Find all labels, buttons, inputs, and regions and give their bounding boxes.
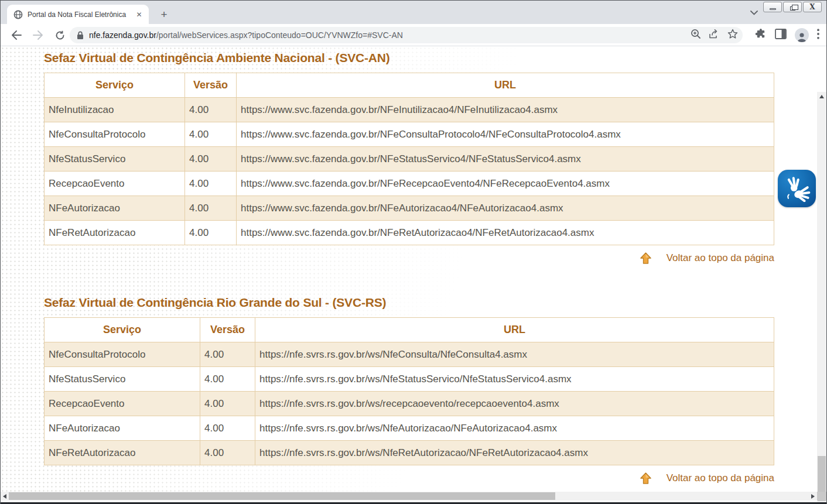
service-table-section: Sefaz Virtual de Contingência Ambiente N… [44, 51, 774, 267]
browser-window: Portal da Nota Fiscal Eletrônica ✕ + X [0, 0, 827, 504]
table-row: NFeAutorizacao4.00https://nfe.svrs.rs.go… [45, 416, 774, 441]
tab-search-chevron-icon[interactable] [747, 6, 761, 20]
zoom-icon[interactable] [691, 29, 701, 42]
horizontal-scrollbar[interactable] [1, 492, 818, 500]
url-cell: https://www.svc.fazenda.gov.br/NFeStatus… [237, 147, 774, 172]
tab-strip: Portal da Nota Fiscal Eletrônica ✕ + X [1, 1, 826, 24]
service-cell: NfeStatusServico [45, 147, 185, 172]
column-header-1: Versão [185, 73, 237, 98]
table-row: NFeRetAutorizacao4.00https://www.svc.faz… [45, 221, 774, 245]
url-domain: nfe.fazenda.gov.br [89, 30, 156, 40]
forward-button[interactable] [30, 28, 46, 43]
version-cell: 4.00 [185, 122, 237, 147]
window-controls: X [763, 2, 822, 12]
lock-icon [77, 31, 84, 40]
table-row: NFeRetAutorizacao4.00https://nfe.svrs.rs… [45, 441, 774, 465]
scrollbar-corner [817, 492, 826, 500]
url-cell: https://nfe.svrs.rs.gov.br/ws/NfeRetAuto… [255, 441, 774, 465]
vertical-scrollbar[interactable] [817, 92, 826, 502]
service-cell: RecepcaoEvento [45, 392, 200, 416]
service-cell: NFeAutorizacao [45, 196, 185, 221]
column-header-0: Serviço [45, 318, 200, 342]
table-row: RecepcaoEvento4.00https://www.svc.fazend… [45, 172, 774, 196]
horizontal-scrollbar-thumb[interactable] [9, 492, 555, 500]
tab-portal-nfe[interactable]: Portal da Nota Fiscal Eletrônica ✕ [7, 5, 149, 24]
service-cell: NfeConsultaProtocolo [45, 122, 185, 147]
version-cell: 4.00 [200, 392, 255, 416]
webservice-table: ServiçoVersãoURL NfeConsultaProtocolo4.0… [44, 317, 774, 465]
url-cell: https://www.svc.fazenda.gov.br/NFeRecepc… [237, 172, 774, 196]
up-arrow-icon[interactable] [640, 252, 652, 265]
service-cell: NfeStatusServico [45, 367, 200, 392]
url-cell: https://nfe.svrs.rs.gov.br/ws/NfeAutoriz… [255, 416, 774, 441]
restore-icon [790, 6, 795, 11]
sections: Sefaz Virtual de Contingência Ambiente N… [1, 46, 818, 487]
column-header-1: Versão [200, 318, 255, 342]
url-cell: https://www.svc.fazenda.gov.br/NFeAutori… [237, 196, 774, 221]
back-to-top: Voltar ao topo da página [44, 249, 774, 267]
table-row: NfeStatusServico4.00https://www.svc.faze… [45, 147, 774, 172]
version-cell: 4.00 [185, 98, 237, 122]
back-to-top-link[interactable]: Voltar ao topo da página [667, 472, 774, 484]
close-icon: X [809, 3, 815, 11]
globe-icon [13, 10, 23, 19]
maximize-button[interactable] [783, 2, 802, 12]
extensions-icon[interactable] [755, 28, 767, 42]
url-cell: https://www.svc.fazenda.gov.br/NFeConsul… [237, 122, 774, 147]
table-header-row: ServiçoVersãoURL [45, 73, 774, 98]
bookmark-star-icon[interactable] [727, 29, 738, 42]
menu-dots-icon[interactable] [817, 29, 819, 42]
column-header-2: URL [255, 318, 774, 342]
libras-accessibility-button[interactable] [778, 170, 816, 207]
service-cell: NFeRetAutorizacao [45, 441, 200, 465]
column-header-0: Serviço [45, 73, 185, 98]
table-row: NFeAutorizacao4.00https://www.svc.fazend… [45, 196, 774, 221]
back-button[interactable] [9, 28, 24, 43]
tab-close-icon[interactable]: ✕ [134, 9, 144, 19]
webservice-table: ServiçoVersãoURL NfeInutilizacao4.00http… [44, 73, 774, 245]
url-cell: https://nfe.svrs.rs.gov.br/ws/NfeConsult… [255, 342, 774, 367]
minimize-icon [770, 8, 776, 10]
table-row: NfeInutilizacao4.00https://www.svc.fazen… [45, 98, 774, 122]
back-to-top-link[interactable]: Voltar ao topo da página [667, 252, 774, 264]
back-to-top: Voltar ao topo da página [44, 469, 774, 487]
url-cell: https://www.svc.fazenda.gov.br/NFeRetAut… [237, 221, 774, 245]
side-panel-icon[interactable] [775, 29, 787, 42]
share-icon[interactable] [709, 29, 720, 42]
scroll-left-arrow-icon[interactable] [3, 494, 6, 499]
service-cell: NFeAutorizacao [45, 416, 200, 441]
page-content: Sefaz Virtual de Contingência Ambiente N… [1, 46, 826, 502]
scroll-right-arrow-icon[interactable] [811, 494, 815, 499]
version-cell: 4.00 [185, 147, 237, 172]
profile-avatar[interactable] [795, 28, 809, 42]
section-heading: Sefaz Virtual de Contingência Rio Grande… [44, 296, 774, 310]
table-row: NfeConsultaProtocolo4.00https://www.svc.… [45, 122, 774, 147]
service-table-section: Sefaz Virtual de Contingência Rio Grande… [44, 296, 774, 487]
table-row: NfeStatusServico4.00https://nfe.svrs.rs.… [45, 367, 774, 392]
version-cell: 4.00 [200, 441, 255, 465]
service-cell: NfeConsultaProtocolo [45, 342, 200, 367]
reload-button[interactable] [52, 28, 67, 43]
minimize-button[interactable] [763, 2, 782, 12]
version-cell: 4.00 [185, 196, 237, 221]
service-cell: NFeRetAutorizacao [45, 221, 185, 245]
up-arrow-icon[interactable] [640, 472, 652, 485]
sign-language-hands-icon [784, 175, 811, 202]
close-button[interactable]: X [803, 2, 822, 12]
url-cell: https://nfe.svrs.rs.gov.br/ws/recepcaoev… [255, 392, 774, 416]
version-cell: 4.00 [200, 342, 255, 367]
column-header-2: URL [237, 73, 774, 98]
url-cell: https://nfe.svrs.rs.gov.br/ws/NfeStatusS… [255, 367, 774, 392]
scroll-up-arrow-icon[interactable] [819, 95, 824, 98]
new-tab-button[interactable]: + [156, 7, 172, 22]
browser-toolbar: nfe.fazenda.gov.br/portal/webServices.as… [1, 24, 826, 46]
version-cell: 4.00 [200, 367, 255, 392]
version-cell: 4.00 [185, 172, 237, 196]
service-cell: NfeInutilizacao [45, 98, 185, 122]
version-cell: 4.00 [200, 416, 255, 441]
table-row: NfeConsultaProtocolo4.00https://nfe.svrs… [45, 342, 774, 367]
table-row: RecepcaoEvento4.00https://nfe.svrs.rs.go… [45, 392, 774, 416]
address-bar[interactable]: nfe.fazenda.gov.br/portal/webServices.as… [70, 27, 743, 43]
url-path: /portal/webServices.aspx?tipoConteudo=OU… [156, 30, 403, 40]
url-text: nfe.fazenda.gov.br/portal/webServices.as… [89, 30, 403, 40]
